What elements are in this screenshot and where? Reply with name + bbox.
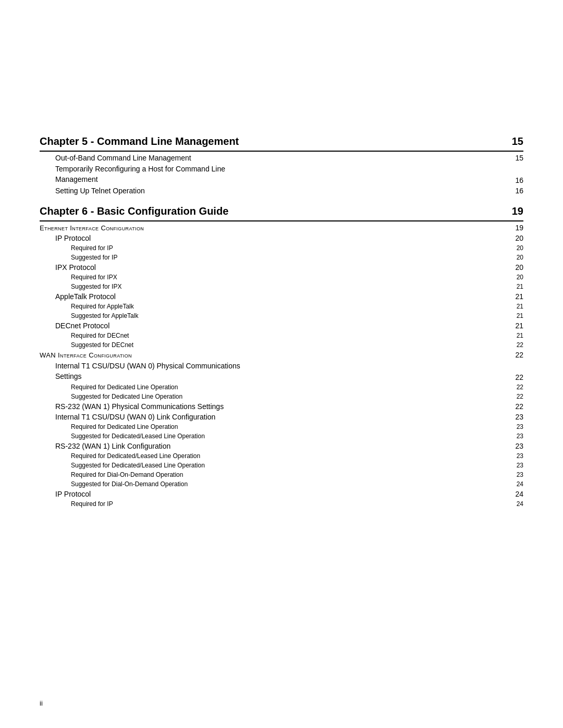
entry-label: Suggested for IP [71, 254, 508, 261]
entry-page: 20 [508, 244, 523, 252]
entry-page: 21 [508, 322, 523, 330]
entry-label: WAN Interface Configuration [40, 351, 508, 359]
toc-entry: Required for IP 24 [40, 500, 523, 508]
entry-label: IPX Protocol [55, 263, 508, 272]
entry-page: 23 [508, 423, 523, 430]
toc-entry: Required for Dedicated Line Operation 23 [40, 423, 523, 430]
entry-label: AppleTalk Protocol [55, 292, 508, 301]
entry-page: 24 [508, 490, 523, 498]
entry-page: 21 [508, 312, 523, 319]
toc-section: Chapter 5 - Command Line Management 15 O… [40, 135, 523, 508]
entry-page: 20 [508, 263, 523, 272]
entry-page: 22 [508, 402, 523, 411]
toc-entry: RS-232 (WAN 1) Link Configuration 23 [40, 442, 523, 450]
entry-page: 20 [508, 234, 523, 242]
chapter5-page: 15 [512, 135, 523, 147]
entry-page: 21 [508, 332, 523, 339]
toc-entry: Suggested for IPX 21 [40, 283, 523, 290]
entry-label: RS-232 (WAN 1) Link Configuration [55, 442, 508, 450]
entry-page: 22 [508, 341, 523, 349]
toc-entry: DECnet Protocol 21 [40, 322, 523, 330]
entry-page: 22 [508, 393, 523, 400]
entry-label: IP Protocol [55, 490, 508, 498]
entry-page: 20 [508, 274, 523, 281]
footer-page-number: ii [40, 699, 43, 707]
toc-entry: Required for Dial-On-Demand Operation 23 [40, 471, 523, 478]
entry-label: Suggested for DECnet [71, 341, 508, 349]
entry-label: Required for Dedicated Line Operation [71, 384, 508, 391]
entry-label: Suggested for AppleTalk [71, 312, 508, 319]
page-footer: ii [40, 699, 43, 707]
entry-label: Required for IP [71, 244, 508, 252]
chapter5-title: Chapter 5 - Command Line Management [40, 135, 239, 147]
toc-entry: Suggested for Dedicated/Leased Line Oper… [40, 433, 523, 440]
entry-label: DECnet Protocol [55, 322, 508, 330]
toc-entry: Setting Up Telnet Operation 16 [40, 187, 523, 195]
entry-label: Required for Dedicated/Leased Line Opera… [71, 452, 508, 460]
toc-entry: IP Protocol 24 [40, 490, 523, 498]
entry-label: Suggested for Dial-On-Demand Operation [71, 480, 508, 488]
toc-entry: Out-of-Band Command Line Management 15 [40, 154, 523, 162]
toc-entry: Required for Dedicated Line Operation 22 [40, 384, 523, 391]
entry-label: Internal T1 CSU/DSU (WAN 0) Link Configu… [55, 413, 508, 421]
entry-page: 23 [508, 452, 523, 460]
entry-label: Suggested for Dedicated Line Operation [71, 393, 508, 400]
toc-entry: IP Protocol 20 [40, 234, 523, 242]
toc-entry: Required for IPX 20 [40, 274, 523, 281]
entry-label: Temporarily Reconfiguring a Host for Com… [55, 164, 508, 184]
toc-entry: Suggested for AppleTalk 21 [40, 312, 523, 319]
toc-entry: Suggested for DECnet 22 [40, 341, 523, 349]
toc-entry: Required for Dedicated/Leased Line Opera… [40, 452, 523, 460]
toc-entry: Required for IP 20 [40, 244, 523, 252]
entry-page: 16 [508, 176, 523, 184]
entry-label: Required for Dial-On-Demand Operation [71, 471, 508, 478]
entry-page: 23 [508, 442, 523, 450]
toc-entry-wan: WAN Interface Configuration 22 [40, 351, 523, 359]
entry-label: Ethernet Interface Configuration [40, 224, 508, 232]
toc-entry: IPX Protocol 20 [40, 263, 523, 272]
entry-page: 23 [508, 433, 523, 440]
entry-page: 23 [508, 413, 523, 421]
toc-entry-ethernet: Ethernet Interface Configuration 19 [40, 224, 523, 232]
entry-page: 22 [508, 373, 523, 381]
entry-page: 20 [508, 254, 523, 261]
entry-label: Required for IP [71, 500, 508, 508]
entry-label: IP Protocol [55, 234, 508, 242]
chapter6-page: 19 [512, 205, 523, 217]
entry-label: Required for DECnet [71, 332, 508, 339]
entry-page: 23 [508, 462, 523, 469]
entry-page: 22 [508, 384, 523, 391]
entry-label: Required for IPX [71, 274, 508, 281]
entry-label: Required for AppleTalk [71, 303, 508, 310]
toc-entry: AppleTalk Protocol 21 [40, 292, 523, 301]
toc-entry: Suggested for Dedicated/Leased Line Oper… [40, 462, 523, 469]
entry-label: Required for Dedicated Line Operation [71, 423, 508, 430]
chapter6-heading: Chapter 6 - Basic Configuration Guide 19 [40, 205, 523, 221]
entry-page: 19 [508, 224, 523, 232]
toc-entry-multiline: Internal T1 CSU/DSU (WAN 0) Physical Com… [40, 361, 523, 381]
toc-entry: Suggested for Dial-On-Demand Operation 2… [40, 480, 523, 488]
toc-entry-multiline: Temporarily Reconfiguring a Host for Com… [40, 164, 523, 184]
entry-page: 23 [508, 471, 523, 478]
entry-page: 24 [508, 480, 523, 488]
toc-entry: Suggested for IP 20 [40, 254, 523, 261]
toc-entry: Internal T1 CSU/DSU (WAN 0) Link Configu… [40, 413, 523, 421]
entry-label: RS-232 (WAN 1) Physical Communications S… [55, 402, 508, 411]
entry-page: 21 [508, 303, 523, 310]
toc-entry: Suggested for Dedicated Line Operation 2… [40, 393, 523, 400]
entry-page: 21 [508, 292, 523, 301]
toc-entry: Required for AppleTalk 21 [40, 303, 523, 310]
entry-page: 15 [508, 154, 523, 162]
entry-label: Suggested for Dedicated/Leased Line Oper… [71, 462, 508, 469]
entry-label: Suggested for IPX [71, 283, 508, 290]
entry-page: 16 [508, 187, 523, 195]
toc-entry: RS-232 (WAN 1) Physical Communications S… [40, 402, 523, 411]
entry-page: 22 [508, 351, 523, 359]
chapter6-title: Chapter 6 - Basic Configuration Guide [40, 205, 228, 217]
entry-page: 21 [508, 283, 523, 290]
entry-label: Internal T1 CSU/DSU (WAN 0) Physical Com… [55, 361, 508, 381]
entry-label: Suggested for Dedicated/Leased Line Oper… [71, 433, 508, 440]
entry-label: Setting Up Telnet Operation [55, 187, 508, 195]
entry-label: Out-of-Band Command Line Management [55, 154, 508, 162]
entry-page: 24 [508, 500, 523, 508]
